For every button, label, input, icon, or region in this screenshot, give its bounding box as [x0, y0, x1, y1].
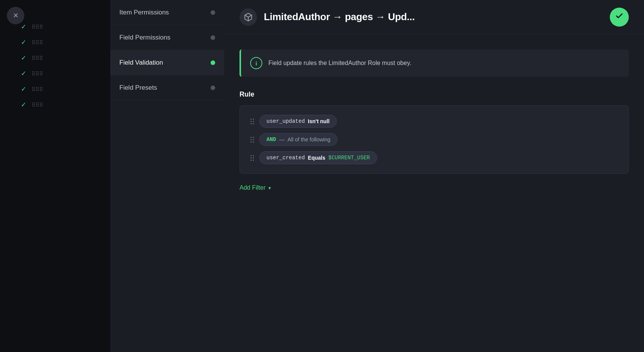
header-title: LimitedAuthor → pages → Upd... [264, 11, 415, 23]
filter-pill-and[interactable]: AND — All of the following [259, 133, 338, 146]
dots-icon-2: ⠿⠿⠿ [32, 40, 43, 46]
main-content: LimitedAuthor → pages → Upd... i Field u… [224, 0, 644, 352]
nav-item-field-presets[interactable]: Field Presets [110, 75, 224, 100]
filter-row-1: user_updated Isn't null [251, 115, 618, 128]
header: LimitedAuthor → pages → Upd... [224, 0, 644, 34]
nav-panel: Item Permissions Field Permissions Field… [110, 0, 224, 352]
info-text: Field update rules the LimitedAuthor Rol… [268, 60, 411, 67]
confirm-icon [615, 12, 623, 22]
nav-dot-field-permissions [211, 35, 215, 40]
nav-dot-item-permissions [211, 10, 215, 15]
nav-dot-field-presets [211, 86, 215, 90]
check-row-2: ✓ ⠿⠿⠿ [21, 38, 89, 46]
check-icon-5: ✓ [21, 85, 26, 93]
filter-field-3: user_created [266, 155, 305, 161]
nav-dot-field-validation [211, 60, 215, 65]
filter-row-3: user_created Equals $CURRENT_USER [251, 151, 618, 164]
filter-pill-1[interactable]: user_updated Isn't null [259, 115, 337, 128]
dots-icon-3: ⠿⠿⠿ [32, 55, 43, 61]
background-sidebar: ✕ ✓ ⠿⠿⠿ ✓ ⠿⠿⠿ ✓ ⠿⠿⠿ ✓ ⠿⠿⠿ ✓ ⠿⠿⠿ ✓ ⠿⠿⠿ [0, 0, 110, 352]
check-icon-4: ✓ [21, 70, 26, 78]
nav-label-item-permissions: Item Permissions [119, 9, 169, 16]
dots-icon-1: ⠿⠿⠿ [32, 24, 43, 30]
check-icon-6: ✓ [21, 101, 26, 109]
close-icon: ✕ [13, 11, 19, 20]
check-icon-3: ✓ [21, 54, 26, 62]
add-filter-button[interactable]: Add Filter ▾ [240, 183, 271, 193]
cube-icon [240, 8, 257, 26]
drag-handle-1[interactable] [251, 119, 254, 124]
close-button[interactable]: ✕ [7, 7, 24, 24]
rule-box: user_updated Isn't null AND — All of the… [240, 105, 629, 174]
check-icon-2: ✓ [21, 38, 26, 46]
nav-item-field-permissions[interactable]: Field Permissions [110, 25, 224, 50]
nav-label-field-permissions: Field Permissions [119, 34, 170, 41]
dash-separator: — [279, 136, 284, 143]
drag-handle-3[interactable] [251, 155, 254, 161]
nav-item-item-permissions[interactable]: Item Permissions [110, 0, 224, 25]
drag-handle-2[interactable] [251, 137, 254, 143]
filter-row-2: AND — All of the following [251, 133, 618, 146]
nav-label-field-validation: Field Validation [119, 59, 163, 67]
all-following-text: All of the following [287, 136, 330, 143]
check-icon-1: ✓ [21, 23, 26, 31]
dots-icon-5: ⠿⠿⠿ [32, 86, 43, 92]
check-row-1: ✓ ⠿⠿⠿ [21, 23, 89, 31]
check-row-3: ✓ ⠿⠿⠿ [21, 54, 89, 62]
dots-icon-6: ⠿⠿⠿ [32, 102, 43, 108]
and-keyword: AND [266, 136, 276, 143]
filter-pill-3[interactable]: user_created Equals $CURRENT_USER [259, 151, 377, 164]
info-banner: i Field update rules the LimitedAuthor R… [240, 49, 629, 77]
rule-label: Rule [240, 90, 629, 98]
body-area: i Field update rules the LimitedAuthor R… [224, 34, 644, 352]
dots-icon-4: ⠿⠿⠿ [32, 71, 43, 77]
check-row-6: ✓ ⠿⠿⠿ [21, 101, 89, 109]
add-filter-label: Add Filter [240, 184, 265, 191]
confirm-button[interactable] [610, 8, 629, 27]
header-left: LimitedAuthor → pages → Upd... [240, 8, 415, 26]
nav-label-field-presets: Field Presets [119, 84, 157, 92]
filter-value-3: $CURRENT_USER [328, 155, 370, 161]
filter-operator-1: Isn't null [308, 118, 330, 124]
check-row-5: ✓ ⠿⠿⠿ [21, 85, 89, 93]
info-icon: i [250, 57, 262, 69]
filter-operator-3: Equals [308, 155, 325, 161]
nav-item-field-validation[interactable]: Field Validation [110, 50, 224, 75]
check-row-4: ✓ ⠿⠿⠿ [21, 70, 89, 78]
filter-field-1: user_updated [266, 118, 305, 124]
chevron-down-icon: ▾ [268, 185, 271, 191]
